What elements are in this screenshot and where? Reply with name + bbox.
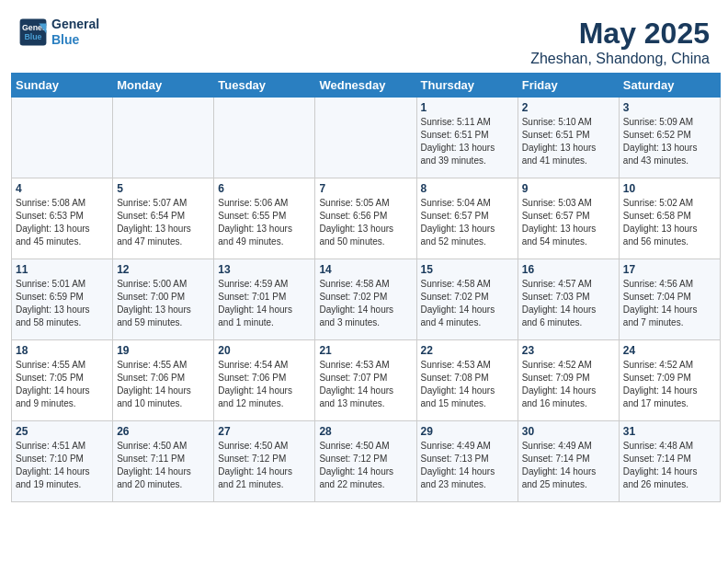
day-info: Sunrise: 4:55 AM Sunset: 7:05 PM Dayligh…: [16, 359, 108, 410]
calendar-cell: [214, 98, 315, 178]
calendar-header: SundayMondayTuesdayWednesdayThursdayFrid…: [12, 74, 721, 98]
day-number: 30: [522, 425, 615, 438]
calendar-cell: 31Sunrise: 4:48 AM Sunset: 7:14 PM Dayli…: [619, 421, 720, 502]
calendar-cell: 28Sunrise: 4:50 AM Sunset: 7:12 PM Dayli…: [315, 421, 416, 502]
calendar-cell: 3Sunrise: 5:09 AM Sunset: 6:52 PM Daylig…: [619, 98, 720, 178]
day-number: 17: [623, 263, 716, 276]
day-info: Sunrise: 4:57 AM Sunset: 7:03 PM Dayligh…: [522, 278, 615, 329]
day-info: Sunrise: 4:56 AM Sunset: 7:04 PM Dayligh…: [623, 278, 716, 329]
calendar-cell: 9Sunrise: 5:03 AM Sunset: 6:57 PM Daylig…: [518, 178, 619, 259]
logo: General Blue General Blue: [18, 17, 99, 48]
calendar-cell: 25Sunrise: 4:51 AM Sunset: 7:10 PM Dayli…: [12, 421, 113, 502]
location-title: Zheshan, Shandong, China: [530, 51, 710, 67]
day-number: 28: [319, 425, 412, 438]
day-number: 10: [623, 182, 716, 195]
weekday-header-row: SundayMondayTuesdayWednesdayThursdayFrid…: [12, 74, 721, 98]
calendar-cell: 30Sunrise: 4:49 AM Sunset: 7:14 PM Dayli…: [518, 421, 619, 502]
day-number: 31: [623, 425, 716, 438]
day-number: 15: [421, 263, 514, 276]
day-info: Sunrise: 5:04 AM Sunset: 6:57 PM Dayligh…: [421, 197, 514, 248]
day-number: 23: [522, 344, 615, 357]
calendar-cell: 13Sunrise: 4:59 AM Sunset: 7:01 PM Dayli…: [214, 259, 315, 340]
day-info: Sunrise: 4:50 AM Sunset: 7:12 PM Dayligh…: [319, 440, 412, 491]
weekday-header-friday: Friday: [518, 74, 619, 98]
calendar-cell: 23Sunrise: 4:52 AM Sunset: 7:09 PM Dayli…: [518, 340, 619, 421]
day-number: 29: [421, 425, 514, 438]
calendar-cell: 1Sunrise: 5:11 AM Sunset: 6:51 PM Daylig…: [416, 98, 518, 178]
weekday-header-monday: Monday: [113, 74, 214, 98]
day-info: Sunrise: 5:03 AM Sunset: 6:57 PM Dayligh…: [522, 197, 615, 248]
calendar-week-4: 18Sunrise: 4:55 AM Sunset: 7:05 PM Dayli…: [12, 340, 721, 421]
calendar-cell: 29Sunrise: 4:49 AM Sunset: 7:13 PM Dayli…: [416, 421, 518, 502]
calendar-cell: 8Sunrise: 5:04 AM Sunset: 6:57 PM Daylig…: [416, 178, 518, 259]
day-number: 26: [117, 425, 210, 438]
calendar-cell: 11Sunrise: 5:01 AM Sunset: 6:59 PM Dayli…: [12, 259, 113, 340]
logo-text-general: General: [51, 17, 99, 32]
day-number: 4: [16, 182, 108, 195]
calendar-cell: 4Sunrise: 5:08 AM Sunset: 6:53 PM Daylig…: [12, 178, 113, 259]
calendar-table: SundayMondayTuesdayWednesdayThursdayFrid…: [11, 73, 721, 502]
calendar-cell: [315, 98, 416, 178]
day-number: 2: [522, 101, 615, 114]
calendar-body: 1Sunrise: 5:11 AM Sunset: 6:51 PM Daylig…: [12, 98, 721, 502]
calendar-cell: 22Sunrise: 4:53 AM Sunset: 7:08 PM Dayli…: [416, 340, 518, 421]
logo-icon: General Blue: [18, 17, 48, 47]
calendar-cell: 14Sunrise: 4:58 AM Sunset: 7:02 PM Dayli…: [315, 259, 416, 340]
calendar-cell: 16Sunrise: 4:57 AM Sunset: 7:03 PM Dayli…: [518, 259, 619, 340]
calendar-cell: 12Sunrise: 5:00 AM Sunset: 7:00 PM Dayli…: [113, 259, 214, 340]
day-number: 20: [218, 344, 311, 357]
calendar-week-5: 25Sunrise: 4:51 AM Sunset: 7:10 PM Dayli…: [12, 421, 721, 502]
day-number: 19: [117, 344, 210, 357]
day-info: Sunrise: 5:06 AM Sunset: 6:55 PM Dayligh…: [218, 197, 311, 248]
day-number: 8: [421, 182, 514, 195]
day-info: Sunrise: 4:55 AM Sunset: 7:06 PM Dayligh…: [117, 359, 210, 410]
day-info: Sunrise: 5:01 AM Sunset: 6:59 PM Dayligh…: [16, 278, 108, 329]
weekday-header-tuesday: Tuesday: [214, 74, 315, 98]
calendar-cell: 26Sunrise: 4:50 AM Sunset: 7:11 PM Dayli…: [113, 421, 214, 502]
calendar-cell: [12, 98, 113, 178]
day-number: 11: [16, 263, 108, 276]
day-info: Sunrise: 5:11 AM Sunset: 6:51 PM Dayligh…: [421, 116, 514, 167]
calendar-cell: 24Sunrise: 4:52 AM Sunset: 7:09 PM Dayli…: [619, 340, 720, 421]
day-number: 1: [421, 101, 514, 114]
day-number: 25: [16, 425, 108, 438]
day-info: Sunrise: 4:58 AM Sunset: 7:02 PM Dayligh…: [421, 278, 514, 329]
day-number: 21: [319, 344, 412, 357]
day-info: Sunrise: 4:58 AM Sunset: 7:02 PM Dayligh…: [319, 278, 412, 329]
day-info: Sunrise: 5:05 AM Sunset: 6:56 PM Dayligh…: [319, 197, 412, 248]
day-info: Sunrise: 5:09 AM Sunset: 6:52 PM Dayligh…: [623, 116, 716, 167]
day-info: Sunrise: 4:51 AM Sunset: 7:10 PM Dayligh…: [16, 440, 108, 491]
day-info: Sunrise: 4:50 AM Sunset: 7:12 PM Dayligh…: [218, 440, 311, 491]
calendar-cell: 6Sunrise: 5:06 AM Sunset: 6:55 PM Daylig…: [214, 178, 315, 259]
day-number: 22: [421, 344, 514, 357]
day-number: 14: [319, 263, 412, 276]
day-number: 6: [218, 182, 311, 195]
header: General Blue General Blue May 2025 Zhesh…: [9, 9, 719, 73]
weekday-header-thursday: Thursday: [416, 74, 518, 98]
day-info: Sunrise: 4:53 AM Sunset: 7:07 PM Dayligh…: [319, 359, 412, 410]
calendar-week-2: 4Sunrise: 5:08 AM Sunset: 6:53 PM Daylig…: [12, 178, 721, 259]
weekday-header-wednesday: Wednesday: [315, 74, 416, 98]
day-info: Sunrise: 5:00 AM Sunset: 7:00 PM Dayligh…: [117, 278, 210, 329]
title-area: May 2025 Zheshan, Shandong, China: [530, 17, 710, 67]
day-info: Sunrise: 5:08 AM Sunset: 6:53 PM Dayligh…: [16, 197, 108, 248]
calendar-cell: 2Sunrise: 5:10 AM Sunset: 6:51 PM Daylig…: [518, 98, 619, 178]
calendar-cell: 20Sunrise: 4:54 AM Sunset: 7:06 PM Dayli…: [214, 340, 315, 421]
weekday-header-sunday: Sunday: [12, 74, 113, 98]
day-info: Sunrise: 4:54 AM Sunset: 7:06 PM Dayligh…: [218, 359, 311, 410]
day-number: 9: [522, 182, 615, 195]
day-number: 16: [522, 263, 615, 276]
calendar-cell: 10Sunrise: 5:02 AM Sunset: 6:58 PM Dayli…: [619, 178, 720, 259]
calendar-cell: 7Sunrise: 5:05 AM Sunset: 6:56 PM Daylig…: [315, 178, 416, 259]
day-info: Sunrise: 5:10 AM Sunset: 6:51 PM Dayligh…: [522, 116, 615, 167]
day-number: 3: [623, 101, 716, 114]
day-number: 12: [117, 263, 210, 276]
calendar-cell: 21Sunrise: 4:53 AM Sunset: 7:07 PM Dayli…: [315, 340, 416, 421]
day-info: Sunrise: 4:59 AM Sunset: 7:01 PM Dayligh…: [218, 278, 311, 329]
calendar-cell: 19Sunrise: 4:55 AM Sunset: 7:06 PM Dayli…: [113, 340, 214, 421]
day-info: Sunrise: 5:07 AM Sunset: 6:54 PM Dayligh…: [117, 197, 210, 248]
day-info: Sunrise: 4:49 AM Sunset: 7:13 PM Dayligh…: [421, 440, 514, 491]
day-info: Sunrise: 5:02 AM Sunset: 6:58 PM Dayligh…: [623, 197, 716, 248]
logo-text-blue: Blue: [51, 32, 99, 48]
weekday-header-saturday: Saturday: [619, 74, 720, 98]
